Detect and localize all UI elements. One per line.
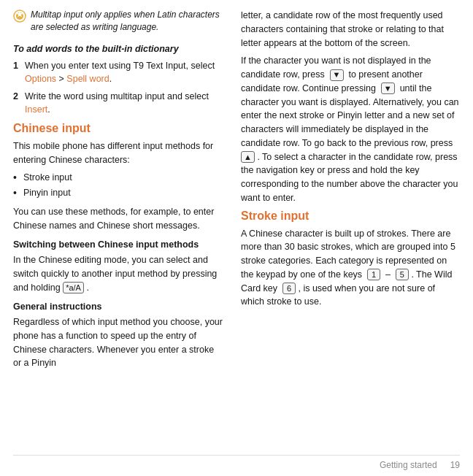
bullet-dot: •	[13, 170, 23, 185]
list-number: 2	[13, 90, 23, 103]
chinese-intro-text: This mobile phone has different input me…	[13, 139, 223, 167]
key-5: 5	[396, 269, 409, 280]
dash-text: –	[385, 269, 391, 280]
bullet-item-stroke: • Stroke input	[13, 171, 223, 185]
switching-text-end: .	[86, 283, 88, 293]
chinese-bullet-list: • Stroke input • Pinyin input	[13, 171, 223, 201]
footer-bar: Getting started 19	[0, 456, 473, 476]
switching-text: In the Chinese editing mode, you can sel…	[13, 253, 223, 294]
bullet-text: Stroke input	[23, 171, 72, 185]
stroke-input-heading: Stroke input	[241, 210, 460, 223]
switching-text-main: In the Chinese editing mode, you can sel…	[13, 255, 217, 293]
left-column: Multitap input only applies when Latin c…	[0, 9, 234, 455]
right-para2-end2: . To select a character in the candidate…	[241, 152, 458, 203]
footer-page-number: 19	[450, 460, 460, 470]
right-column: letter, a candidate row of the most freq…	[234, 9, 473, 455]
nav-down2-icon: ▼	[381, 82, 395, 94]
list-item-text: Write the word using multitap input and …	[25, 90, 223, 116]
nav-up-icon: ▲	[241, 151, 255, 163]
insert-link: Insert	[25, 104, 47, 115]
nav-down-icon: ▼	[330, 69, 344, 81]
list-item: 1 When you enter text using T9 Text Inpu…	[13, 59, 223, 85]
tip-block: Multitap input only applies when Latin c…	[13, 9, 223, 34]
footer-section-label: Getting started	[380, 460, 437, 470]
bullet-dot: •	[13, 185, 23, 201]
content-area: Multitap input only applies when Latin c…	[0, 0, 473, 455]
chinese-outro-text: You can use these methods, for example, …	[13, 205, 223, 233]
add-words-list: 1 When you enter text using T9 Text Inpu…	[13, 59, 223, 116]
chinese-input-heading: Chinese input	[13, 122, 223, 135]
bullet-text: Pinyin input	[23, 186, 71, 200]
key-6: 6	[282, 283, 296, 294]
list-number: 1	[13, 59, 23, 72]
key-1: 1	[367, 269, 380, 280]
star-key: *a/A	[63, 282, 84, 293]
list-item-text: When you enter text using T9 Text Input,…	[25, 59, 223, 85]
tip-icon	[13, 9, 26, 23]
bullet-item-pinyin: • Pinyin input	[13, 186, 223, 201]
tip-text: Multitap input only applies when Latin c…	[31, 9, 223, 34]
general-instructions-text: Regardless of which input method you cho…	[13, 315, 223, 370]
stroke-input-text: A Chinese character is built up of strok…	[241, 227, 460, 310]
right-para2: If the character you want is not display…	[241, 54, 460, 204]
list-item: 2 Write the word using multitap input an…	[13, 90, 223, 116]
spell-word-link: Spell word	[66, 74, 109, 84]
general-instructions-heading: General instructions	[13, 301, 223, 314]
switching-heading: Switching between Chinese input methods	[13, 239, 223, 252]
options-link: Options	[25, 74, 56, 84]
add-words-title: To add words to the built-in dictionary	[13, 43, 223, 56]
page-container: Multitap input only applies when Latin c…	[0, 0, 473, 476]
right-continuation: letter, a candidate row of the most freq…	[241, 9, 460, 50]
